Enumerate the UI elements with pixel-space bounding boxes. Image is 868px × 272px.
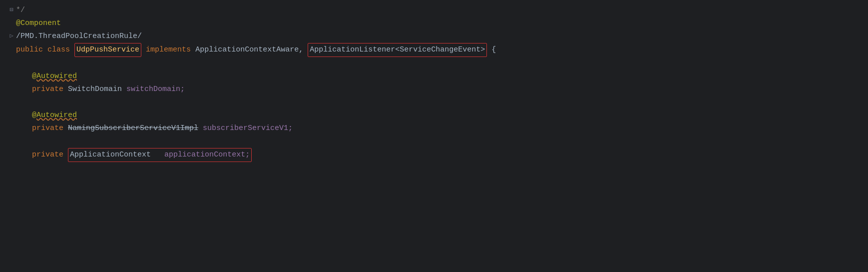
- code-line-5: [0, 57, 868, 70]
- code-line-9: @Autowired: [0, 109, 868, 122]
- spacer-9: [24, 112, 31, 119]
- line-9-content: @Autowired: [32, 110, 77, 122]
- fold-icon-3[interactable]: ▷: [8, 33, 15, 40]
- code-line-3: ▷ /PMD.ThreadPoolCreationRule/: [0, 30, 868, 43]
- token-app-context-var: applicationContext;: [164, 150, 250, 159]
- app-listener-box: ApplicationListener<ServiceChangeEvent>: [308, 43, 487, 57]
- spacer-11: [8, 138, 15, 145]
- line-11-content: [16, 136, 20, 148]
- code-line-4: public class UdpPushService implements A…: [0, 43, 868, 57]
- token-naming-subscriber-type: NamingSubscriberServiceV1Impl: [68, 122, 198, 134]
- token-space-1: [43, 44, 47, 56]
- token-app-context-type: ApplicationContext: [70, 150, 151, 159]
- token-private-1: private: [32, 84, 63, 96]
- line-12-content: private ApplicationContext applicationCo…: [32, 148, 252, 162]
- token-space-7a: [63, 84, 68, 96]
- token-space-4: [191, 44, 195, 56]
- token-subscriber-var: subscriberServiceV1;: [203, 122, 293, 134]
- token-autowired-2: @Autowired: [32, 110, 77, 122]
- spacer-5: [8, 60, 15, 67]
- code-editor: ⊟ */ @Component ▷ /PMD.ThreadPoolCreatio…: [0, 0, 868, 272]
- token-pmd-path: /PMD.ThreadPoolCreationRule/: [16, 30, 142, 42]
- token-class: class: [47, 44, 70, 56]
- line-1-content: */: [16, 4, 25, 16]
- token-implements: implements: [146, 44, 191, 56]
- code-line-8: [0, 96, 868, 109]
- spacer-12: [24, 152, 31, 158]
- token-private-3: private: [32, 149, 63, 161]
- application-context-box: ApplicationContext applicationContext;: [68, 148, 252, 162]
- token-switch-domain-type: SwitchDomain: [68, 84, 122, 96]
- spacer-8: [8, 99, 15, 106]
- line-8-content: [16, 96, 20, 108]
- token-private-2: private: [32, 122, 63, 134]
- token-space-12b: [155, 150, 160, 159]
- line-2-content: @Component: [16, 18, 61, 30]
- token-comment: */: [16, 4, 25, 16]
- spacer-10: [24, 125, 31, 132]
- code-line-10: private NamingSubscriberServiceV1Impl su…: [0, 122, 868, 135]
- token-class-name: UdpPushService: [76, 46, 139, 54]
- token-space-7b: [122, 84, 126, 96]
- spacer-7: [24, 86, 31, 93]
- token-brace-open: {: [487, 44, 496, 56]
- code-line-12: private ApplicationContext applicationCo…: [0, 148, 868, 162]
- udp-push-service-box: UdpPushService: [74, 43, 141, 57]
- spacer-4: [8, 46, 15, 54]
- token-space-10b: [198, 122, 203, 134]
- token-autowired-1: @Autowired: [32, 70, 77, 82]
- token-app-listener: ApplicationListener<ServiceChangeEvent>: [310, 46, 485, 54]
- code-line-11: [0, 135, 868, 148]
- line-4-content: public class UdpPushService implements A…: [16, 43, 496, 57]
- code-line-2: @Component: [0, 17, 868, 30]
- token-space-10a: [63, 122, 68, 134]
- spacer-2: [8, 20, 15, 27]
- code-line-7: private SwitchDomain switchDomain;: [0, 83, 868, 96]
- token-switch-domain-var: switchDomain;: [126, 84, 185, 96]
- line-5-content: [16, 58, 20, 70]
- spacer-6: [24, 73, 31, 80]
- token-annotation-component: @Component: [16, 18, 61, 30]
- code-line-1: ⊟ */: [0, 4, 868, 17]
- token-public: public: [16, 44, 43, 56]
- code-line-6: @Autowired: [0, 70, 868, 83]
- token-space-2: [70, 44, 74, 56]
- token-space-5: [303, 44, 308, 56]
- line-7-content: private SwitchDomain switchDomain;: [32, 84, 185, 96]
- token-space-3: [141, 44, 146, 56]
- line-10-content: private NamingSubscriberServiceV1Impl su…: [32, 122, 293, 134]
- line-3-content: /PMD.ThreadPoolCreationRule/: [16, 30, 142, 42]
- collapse-icon-1[interactable]: ⊟: [8, 7, 15, 14]
- token-space-12a: [63, 149, 68, 161]
- line-6-content: @Autowired: [32, 70, 77, 82]
- token-app-context-aware: ApplicationContextAware,: [195, 44, 303, 56]
